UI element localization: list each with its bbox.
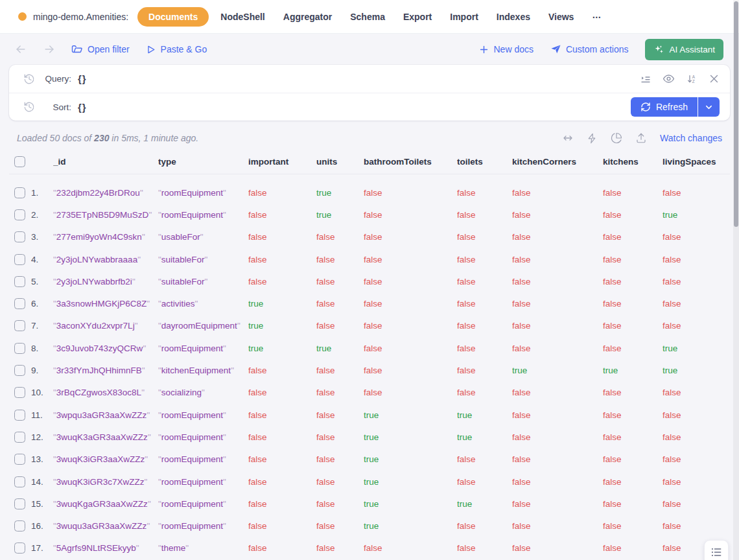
column-header-type[interactable]: type [158,150,248,174]
cell-id[interactable]: "3wuqu3aGR3aaXwZZz" [53,515,158,537]
cell-boolean[interactable]: false [663,471,730,493]
cell-boolean[interactable]: true [364,471,457,493]
cell-boolean[interactable]: false [512,493,603,515]
cell-boolean[interactable]: true [248,315,316,337]
cell-type[interactable]: "activities" [158,292,248,314]
cell-id[interactable]: "3wuqK3iGR3aaXwZZz" [53,449,158,471]
row-checkbox[interactable] [14,320,25,331]
cell-id[interactable]: "232djbm22y4BrDRou" [53,181,158,204]
cell-boolean[interactable]: false [316,382,364,404]
row-checkbox[interactable] [14,498,25,509]
cell-boolean[interactable]: false [512,515,603,537]
cell-boolean[interactable]: false [316,537,364,559]
cell-boolean[interactable]: false [512,315,603,337]
cell-boolean[interactable]: false [248,248,316,270]
watch-changes-button[interactable]: Watch changes [660,133,722,143]
tab-aggregator[interactable]: Aggregator [277,7,338,27]
cell-id[interactable]: "2y3joLNYwabbrfb2i" [53,270,158,292]
cell-boolean[interactable]: false [457,471,512,493]
column-header-important[interactable]: important [248,150,316,174]
cell-boolean[interactable]: false [663,404,730,426]
cell-boolean[interactable]: false [248,426,316,448]
row-checkbox[interactable] [14,343,25,354]
cell-boolean[interactable]: false [663,226,730,248]
cell-boolean[interactable]: false [364,226,457,248]
format-query-button[interactable] [640,73,651,85]
cell-boolean[interactable]: false [603,204,663,226]
row-checkbox[interactable] [14,432,25,443]
table-row[interactable]: 2."2735ETpNB5D9MuSzD""roomEquipment"fals… [9,204,730,226]
cell-type[interactable]: "roomEquipment" [158,426,248,448]
cell-boolean[interactable]: false [603,537,663,559]
cell-boolean[interactable]: false [248,471,316,493]
column-header-kitchenCorners[interactable]: kitchenCorners [512,150,603,174]
table-row[interactable]: 5."2y3joLNYwabbrfb2i""suitableFor"falsef… [9,270,730,292]
cell-boolean[interactable]: false [512,248,603,270]
cell-boolean[interactable]: true [457,404,512,426]
cell-boolean[interactable]: false [603,270,663,292]
column-header-bathroomToilets[interactable]: bathroomToilets [364,150,457,174]
cell-boolean[interactable]: false [457,515,512,537]
table-row[interactable]: 6."3a3snowHMGKjP6C8Z""activities"truefal… [9,292,730,314]
cell-boolean[interactable]: false [603,226,663,248]
row-checkbox[interactable] [14,410,25,421]
cell-boolean[interactable]: false [512,426,603,448]
row-checkbox[interactable] [14,542,25,554]
cell-boolean[interactable]: true [603,359,663,381]
row-checkbox[interactable] [14,520,25,531]
table-row[interactable]: 8."3c9Juvob743zyQCRw""roomEquipment"true… [9,337,730,359]
cell-id[interactable]: "3a3snowHMGKjP6C8Z" [53,292,158,314]
cell-boolean[interactable]: true [316,337,364,359]
new-docs-button[interactable]: New docs [478,44,534,55]
cell-boolean[interactable]: false [603,292,663,314]
cell-boolean[interactable]: false [603,382,663,404]
open-filter-button[interactable]: Open filter [71,43,130,55]
cell-boolean[interactable]: false [457,248,512,270]
cell-id[interactable]: "3rBqCZgwosX83oc8L" [53,382,158,404]
cell-boolean[interactable]: false [603,248,663,270]
table-row[interactable]: 17."5Agrfs9NLtRSEkyyb""theme"falsefalsef… [9,537,730,559]
cell-boolean[interactable]: false [603,404,663,426]
cell-id[interactable]: "3wuqKgaGR3aaXwZZz" [53,493,158,515]
tab-documents[interactable]: Documents [137,7,209,27]
table-row[interactable]: 15."3wuqKgaGR3aaXwZZz""roomEquipment"fal… [9,493,730,515]
cell-boolean[interactable]: true [663,359,730,381]
cell-boolean[interactable]: false [316,471,364,493]
history-back-button[interactable] [14,43,27,56]
tab-import[interactable]: Import [443,7,485,27]
cell-boolean[interactable]: false [512,471,603,493]
cell-boolean[interactable]: true [248,292,316,314]
cell-boolean[interactable]: false [457,337,512,359]
sort-history-button[interactable] [23,101,35,113]
cell-boolean[interactable]: false [364,292,457,314]
cell-type[interactable]: "roomEquipment" [158,204,248,226]
cell-boolean[interactable]: false [248,449,316,471]
cell-boolean[interactable]: false [316,226,364,248]
cell-boolean[interactable]: false [603,471,663,493]
column-header-units[interactable]: units [316,150,364,174]
row-checkbox[interactable] [14,454,25,465]
stats-button[interactable] [611,132,622,144]
refresh-options-button[interactable] [698,97,720,117]
resize-columns-button[interactable] [562,132,574,144]
row-checkbox[interactable] [14,254,25,265]
cell-id[interactable]: "3wuqK3iGR3c7XwZZz" [53,471,158,493]
cell-boolean[interactable]: true [364,493,457,515]
tab-schema[interactable]: Schema [344,7,392,27]
cell-boolean[interactable]: false [512,226,603,248]
cell-id[interactable]: "277emi9yoWn4C9skn" [53,226,158,248]
cell-boolean[interactable]: false [457,537,512,559]
cell-boolean[interactable]: false [603,515,663,537]
column-header-kitchens[interactable]: kitchens [603,150,663,174]
table-row[interactable]: 7."3aconXYdu2xvpr7Lj""dayroomEquipment"t… [9,315,730,337]
cell-boolean[interactable]: false [316,270,364,292]
tab-more[interactable]: ⋯ [585,7,607,27]
cell-boolean[interactable]: false [512,337,603,359]
cell-id[interactable]: "3wpqu3aGR3aaXwZZz" [53,404,158,426]
cell-boolean[interactable]: false [512,537,603,559]
tab-nodeshell[interactable]: NodeShell [214,7,271,27]
column-header-_id[interactable]: _id [53,150,158,174]
cell-type[interactable]: "suitableFor" [158,270,248,292]
cell-boolean[interactable]: false [603,493,663,515]
cell-boolean[interactable]: false [316,248,364,270]
